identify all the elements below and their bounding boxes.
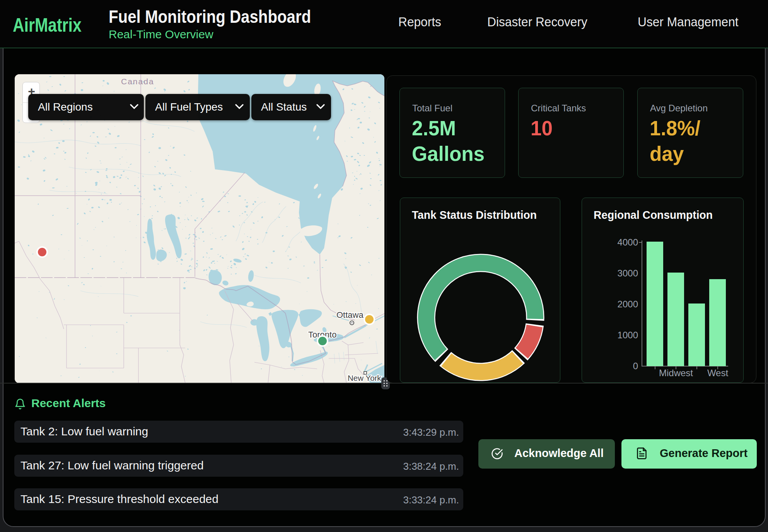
svg-text:3000: 3000 <box>618 268 638 278</box>
svg-text:1000: 1000 <box>618 330 638 340</box>
svg-text:0: 0 <box>633 361 638 371</box>
svg-text:Canada: Canada <box>121 77 154 86</box>
svg-text:New York: New York <box>348 373 381 382</box>
svg-text:4000: 4000 <box>618 237 638 247</box>
svg-text:Midwest: Midwest <box>659 368 693 378</box>
svg-text:Ottawa: Ottawa <box>336 310 364 320</box>
svg-text:West: West <box>707 368 729 378</box>
svg-text:2000: 2000 <box>618 299 638 309</box>
